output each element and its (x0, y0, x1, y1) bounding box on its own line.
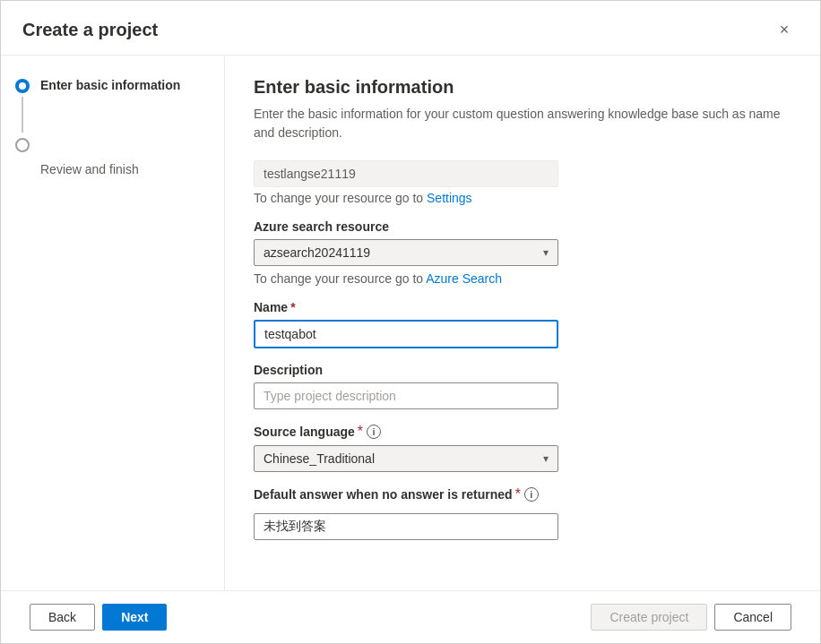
source-language-required: * (358, 424, 363, 440)
azure-search-section: Azure search resource azsearch20241119 ▾… (254, 219, 791, 286)
step-2-indicator (15, 136, 30, 152)
name-label: Name* (254, 300, 791, 314)
create-project-button: Create project (591, 604, 707, 631)
default-answer-section: Default answer when no answer is returne… (254, 486, 791, 540)
next-button[interactable]: Next (102, 604, 167, 631)
azure-search-value: azsearch20241119 (264, 245, 370, 260)
create-project-dialog: Create a project × Enter basic informati… (0, 0, 821, 644)
step-2-label: Review and finish (40, 161, 139, 179)
source-language-dropdown[interactable]: Chinese_Traditional ▾ (254, 445, 558, 472)
page-description: Enter the basic information for your cus… (254, 105, 791, 142)
step-2: Review and finish (15, 136, 210, 179)
default-answer-required: * (515, 486, 521, 502)
close-button[interactable]: × (770, 15, 799, 44)
dialog-footer: Back Next Create project Cancel (1, 590, 820, 643)
page-title: Enter basic information (254, 77, 791, 98)
step-1-label: Enter basic information (40, 77, 180, 95)
step-1: Enter basic information (15, 77, 210, 136)
step-1-line (22, 97, 23, 133)
name-input[interactable] (254, 320, 558, 348)
dialog-body: Enter basic information Review and finis… (1, 56, 820, 590)
sidebar: Enter basic information Review and finis… (1, 56, 225, 590)
default-answer-input[interactable] (254, 513, 558, 540)
source-language-label: Source language (254, 425, 355, 439)
dialog-header: Create a project × (1, 1, 820, 56)
name-section: Name* (254, 300, 791, 348)
azure-search-chevron-icon: ▾ (543, 246, 549, 259)
source-language-value: Chinese_Traditional (264, 451, 375, 466)
step-1-circle (15, 79, 30, 93)
azure-search-link-text: To change your resource go to Azure Sear… (254, 271, 791, 286)
resource-input (254, 160, 558, 187)
resource-section: To change your resource go to Settings (254, 160, 791, 205)
azure-search-link[interactable]: Azure Search (426, 271, 502, 286)
default-answer-info-icon: i (524, 487, 539, 502)
content-scroll: Enter basic information Enter the basic … (225, 56, 820, 590)
cancel-button[interactable]: Cancel (714, 604, 791, 631)
azure-search-dropdown[interactable]: azsearch20241119 ▾ (254, 239, 558, 266)
source-language-section: Source language * i Chinese_Traditional … (254, 424, 791, 472)
default-answer-label-wrapper: Default answer when no answer is returne… (254, 486, 791, 502)
step-2-circle (15, 138, 30, 152)
description-input[interactable] (254, 382, 558, 409)
back-button[interactable]: Back (30, 604, 95, 631)
default-answer-label: Default answer when no answer is returne… (254, 487, 513, 502)
step-1-indicator (15, 77, 30, 136)
name-required: * (290, 300, 295, 314)
dialog-title: Create a project (22, 20, 158, 40)
main-content: Enter basic information Enter the basic … (225, 56, 820, 590)
source-language-label-wrapper: Source language * i (254, 424, 791, 440)
source-language-info-icon: i (367, 425, 381, 439)
description-label: Description (254, 363, 791, 377)
source-language-chevron-icon: ▾ (543, 452, 549, 465)
azure-search-label: Azure search resource (254, 219, 791, 234)
resource-settings-text: To change your resource go to Settings (254, 191, 791, 205)
settings-link[interactable]: Settings (427, 191, 472, 205)
close-icon: × (780, 21, 790, 39)
description-section: Description (254, 363, 791, 409)
